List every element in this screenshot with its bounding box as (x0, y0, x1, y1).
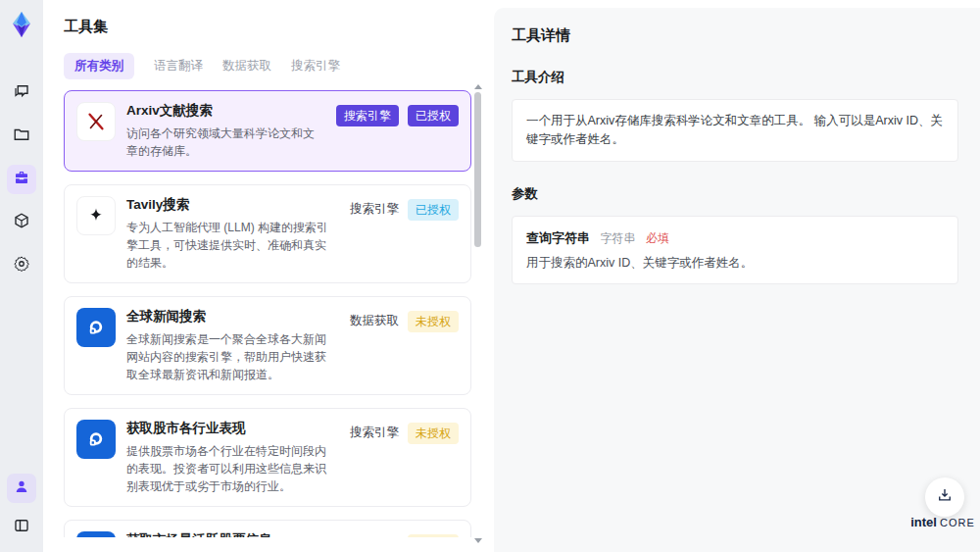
status-badge: 已授权 (408, 199, 459, 221)
juhe-logo-icon (76, 531, 116, 537)
tool-description: 提供股票市场各个行业在特定时间段内的表现。投资者可以利用这些信息来识别表现优于或… (126, 442, 335, 495)
cube-icon (13, 212, 30, 233)
scrollbar-up-arrow[interactable] (474, 84, 482, 89)
chat-icon (13, 82, 30, 104)
tab-search-engine[interactable]: 搜索引擎 (291, 53, 340, 79)
tool-name: Tavily搜索 (126, 196, 335, 214)
tool-description: 访问各个研究领域大量科学论文和文章的存储库。 (126, 125, 321, 160)
tool-card-global-news[interactable]: 全球新闻搜索 全球新闻搜索是一个聚合全球各大新闻网站内容的搜索引擎，帮助用户快速… (64, 296, 471, 395)
tool-description: 全球新闻搜索是一个聚合全球各大新闻网站内容的搜索引擎，帮助用户快速获取全球最新资… (126, 330, 335, 383)
tool-card-most-active-stocks[interactable]: 获取市场最活跃股票信息 提供当天交易量最高的股票列表，投资者可以利用这些信息来识… (64, 520, 471, 537)
tool-description: 专为人工智能代理 (LLM) 构建的搜索引擎工具，可快速提供实时、准确和真实的结… (126, 219, 335, 272)
sidebar-item-profile[interactable] (7, 474, 36, 503)
category-label: 搜索引擎 (350, 534, 399, 537)
sidebar-item-collapse[interactable] (7, 513, 36, 542)
tool-card-arxiv[interactable]: Arxiv文献搜索 访问各个研究领域大量科学论文和文章的存储库。 搜索引擎 已授… (64, 90, 471, 172)
juhe-logo-icon (76, 308, 116, 347)
list-scrollbar[interactable] (473, 84, 483, 543)
app-window: 工具集 所有类别 语言翻译 数据获取 搜索引擎 Arxiv文献搜索 访问各个研究… (0, 0, 980, 552)
category-tabs: 所有类别 语言翻译 数据获取 搜索引擎 (64, 53, 494, 79)
tab-language-translation[interactable]: 语言翻译 (154, 53, 203, 79)
tool-list-panel: 工具集 所有类别 语言翻译 数据获取 搜索引擎 Arxiv文献搜索 访问各个研究… (43, 0, 494, 552)
param-description: 用于搜索的Arxiv ID、关键字或作者姓名。 (526, 255, 944, 272)
sidebar-item-toolbox[interactable] (7, 165, 36, 194)
arxiv-logo-icon (76, 102, 116, 141)
status-badge: 未授权 (408, 423, 459, 444)
download-icon (936, 486, 954, 508)
param-name: 查询字符串 (526, 230, 590, 245)
page-title: 工具集 (64, 18, 494, 36)
user-icon (13, 477, 30, 499)
intro-section-title: 工具介绍 (512, 69, 958, 86)
status-badge: 未授权 (408, 311, 459, 332)
param-box: 查询字符串 字符串 必填 用于搜索的Arxiv ID、关键字或作者姓名。 (512, 216, 958, 284)
category-badge: 搜索引擎 (336, 105, 399, 126)
tool-card-sector-performance[interactable]: 获取股市各行业表现 提供股票市场各个行业在特定时间段内的表现。投资者可以利用这些… (64, 408, 471, 507)
brand-word-core: CORE (940, 517, 975, 528)
tool-name: 获取股市各行业表现 (126, 420, 335, 437)
intro-text: 一个用于从Arxiv存储库搜索科学论文和文章的工具。 输入可以是Arxiv ID… (526, 112, 944, 149)
status-badge: 已授权 (408, 105, 459, 126)
intro-box: 一个用于从Arxiv存储库搜索科学论文和文章的工具。 输入可以是Arxiv ID… (512, 99, 958, 162)
intel-core-logo: intelCORE (907, 513, 978, 530)
brand-word-intel: intel (910, 515, 937, 529)
sidebar-item-chat[interactable] (7, 78, 36, 108)
params-section-title: 参数 (512, 185, 958, 203)
sparkle-icon (76, 196, 116, 235)
tool-detail-panel: 工具详情 工具介绍 一个用于从Arxiv存储库搜索科学论文和文章的工具。 输入可… (494, 8, 980, 552)
tool-card-tavily[interactable]: Tavily搜索 专为人工智能代理 (LLM) 构建的搜索引擎工具，可快速提供实… (64, 184, 471, 283)
category-label: 搜索引擎 (350, 199, 399, 220)
left-rail (0, 0, 43, 552)
tool-list: Arxiv文献搜索 访问各个研究领域大量科学论文和文章的存储库。 搜索引擎 已授… (64, 90, 471, 537)
app-logo-icon (7, 10, 36, 39)
status-badge: 未授权 (408, 534, 459, 537)
settings-icon (13, 255, 30, 276)
juhe-logo-icon (76, 420, 116, 459)
sidebar-item-settings[interactable] (7, 251, 36, 280)
folder-icon (13, 125, 30, 147)
tool-name: Arxiv文献搜索 (126, 102, 321, 120)
param-required-flag: 必填 (646, 231, 669, 245)
layout-columns-icon (13, 517, 30, 538)
tab-all-categories[interactable]: 所有类别 (64, 53, 134, 79)
category-label: 搜索引擎 (350, 423, 399, 443)
category-label: 数据获取 (350, 311, 399, 331)
tab-data-acquisition[interactable]: 数据获取 (222, 53, 271, 79)
tool-name: 全球新闻搜索 (126, 308, 335, 326)
tool-name: 获取市场最活跃股票信息 (126, 531, 335, 537)
scrollbar-down-arrow[interactable] (474, 538, 482, 543)
sidebar-item-files[interactable] (7, 122, 36, 151)
sidebar-item-packages[interactable] (7, 208, 36, 237)
detail-title: 工具详情 (512, 26, 958, 45)
toolbox-icon (13, 169, 30, 190)
param-type: 字符串 (600, 231, 635, 245)
scrollbar-thumb[interactable] (474, 92, 481, 247)
download-button[interactable] (925, 477, 964, 517)
